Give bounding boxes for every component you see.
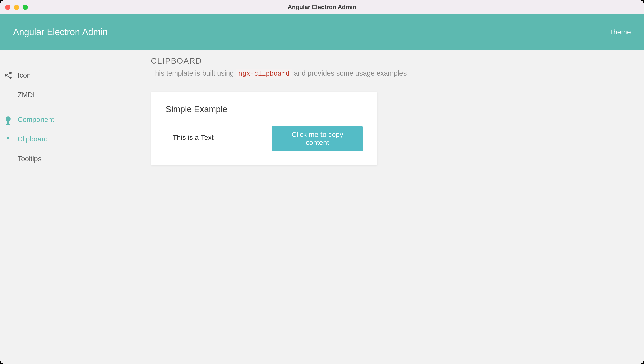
copy-text-input[interactable] — [166, 132, 265, 146]
dot-icon — [3, 134, 13, 144]
sidebar-item-clipboard[interactable]: Clipboard — [0, 129, 136, 149]
sidebar-item-label: Clipboard — [18, 135, 48, 143]
theme-toggle[interactable]: Theme — [609, 28, 631, 36]
sidebar-item-label: ZMDI — [18, 91, 35, 99]
sidebar: Icon ZMDI Component — [0, 50, 136, 364]
desc-suffix: and provides some usage examples — [292, 69, 407, 77]
pin-icon — [3, 115, 13, 125]
traffic-lights — [5, 5, 28, 10]
sidebar-item-label: Component — [18, 116, 54, 124]
example-card: Simple Example Click me to copy content — [151, 92, 377, 165]
spacer — [0, 105, 136, 110]
app-title: Angular Electron Admin — [13, 27, 108, 38]
sidebar-item-component[interactable]: Component — [0, 110, 136, 129]
sidebar-item-label: Icon — [18, 71, 31, 79]
window-title: Angular Electron Admin — [288, 4, 356, 11]
page-description: This template is built using ngx-clipboa… — [151, 69, 629, 78]
card-title: Simple Example — [166, 104, 363, 114]
share-icon — [3, 70, 13, 80]
sidebar-item-label: Tooltips — [18, 155, 42, 163]
desc-prefix: This template is built using — [151, 69, 236, 77]
main-content: CLIPBOARD This template is built using n… — [136, 50, 644, 364]
sidebar-item-tooltips[interactable]: Tooltips — [0, 149, 136, 169]
page-title: CLIPBOARD — [151, 56, 629, 66]
sidebar-item-zmdi[interactable]: ZMDI — [0, 85, 136, 105]
desc-code: ngx-clipboard — [236, 69, 292, 79]
minimize-window-button[interactable] — [14, 5, 19, 10]
app-header: Angular Electron Admin Theme — [0, 14, 644, 50]
close-window-button[interactable] — [5, 5, 10, 10]
maximize-window-button[interactable] — [23, 5, 28, 10]
app-body: Icon ZMDI Component — [0, 50, 644, 364]
app-window: Angular Electron Admin Angular Electron … — [0, 0, 644, 364]
card-row: Click me to copy content — [166, 126, 363, 151]
sidebar-item-icon[interactable]: Icon — [0, 65, 136, 85]
copy-button[interactable]: Click me to copy content — [272, 126, 363, 151]
titlebar: Angular Electron Admin — [0, 0, 644, 14]
